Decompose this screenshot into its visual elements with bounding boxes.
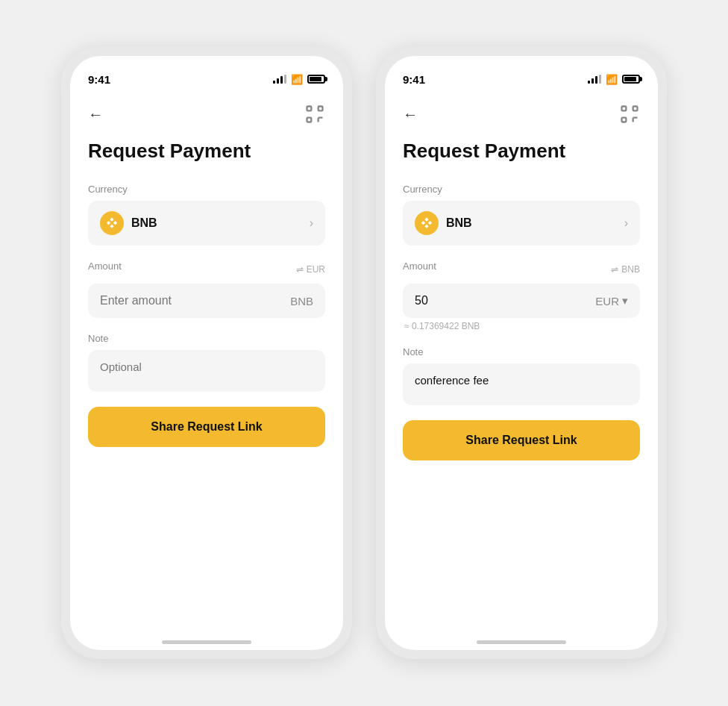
wifi-icon-1: 📶 (291, 74, 303, 85)
bnb-icon-1 (100, 211, 124, 235)
chevron-right-icon-2: › (624, 216, 628, 230)
currency-label-1: Currency (88, 184, 325, 195)
signal-bars-2 (588, 75, 601, 84)
conversion-text-2: ≈ 0.17369422 BNB (403, 321, 640, 331)
amount-swap-2[interactable]: ⇌ BNB (611, 264, 640, 275)
amount-label-2: Amount (403, 260, 436, 272)
top-bar-2: ← (403, 104, 640, 125)
svg-rect-8 (622, 118, 627, 122)
signal-bars-1 (273, 75, 286, 84)
amount-field-1: BNB (88, 284, 325, 318)
swap-icon-1: ⇌ (296, 264, 304, 275)
phone-2: 9:41 📶 ← (376, 47, 667, 659)
svg-rect-2 (307, 118, 312, 122)
note-label-1: Note (88, 333, 325, 344)
svg-rect-0 (307, 107, 312, 111)
note-input-1[interactable] (100, 360, 313, 373)
svg-rect-6 (622, 107, 627, 111)
currency-selector-1[interactable]: BNB › (88, 201, 325, 246)
currency-name-1: BNB (131, 216, 157, 230)
back-button-2[interactable]: ← (403, 106, 418, 123)
chevron-right-icon-1: › (310, 216, 313, 230)
note-field-1 (88, 350, 325, 392)
home-indicator-2 (477, 640, 566, 644)
svg-rect-1 (318, 107, 323, 111)
status-time-1: 9:41 (88, 73, 110, 86)
note-label-2: Note (403, 346, 640, 357)
page-title-1: Request Payment (88, 140, 325, 163)
bnb-icon-2 (415, 211, 439, 235)
status-icons-1: 📶 (273, 74, 325, 85)
amount-unit-1: BNB (290, 295, 313, 307)
battery-2 (622, 75, 640, 84)
currency-name-2: BNB (446, 216, 472, 230)
amount-label-1: Amount (88, 260, 122, 272)
scan-icon-2[interactable] (619, 104, 640, 125)
currency-label-2: Currency (403, 184, 640, 195)
amount-unit-2[interactable]: EUR ▾ (595, 294, 628, 307)
share-button-1[interactable]: Share Request Link (88, 407, 325, 447)
back-button-1[interactable]: ← (88, 106, 103, 123)
amount-swap-1[interactable]: ⇌ EUR (296, 264, 325, 275)
home-indicator-1 (162, 640, 251, 644)
note-input-2[interactable] (415, 374, 628, 387)
status-icons-2: 📶 (588, 74, 640, 85)
amount-field-2: EUR ▾ (403, 284, 640, 318)
battery-1 (307, 75, 325, 84)
swap-icon-2: ⇌ (611, 264, 618, 275)
page-title-2: Request Payment (403, 140, 640, 163)
status-time-2: 9:41 (403, 73, 425, 86)
wifi-icon-2: 📶 (606, 74, 618, 85)
scan-icon-1[interactable] (304, 104, 325, 125)
currency-selector-2[interactable]: BNB › (403, 201, 640, 246)
top-bar-1: ← (88, 104, 325, 125)
note-field-2 (403, 363, 640, 405)
amount-input-2[interactable] (415, 294, 595, 307)
chevron-down-icon-2: ▾ (622, 294, 628, 307)
share-button-2[interactable]: Share Request Link (403, 420, 640, 460)
svg-rect-7 (633, 107, 638, 111)
phone-1: 9:41 📶 ← (61, 47, 352, 659)
amount-input-1[interactable] (100, 294, 290, 307)
